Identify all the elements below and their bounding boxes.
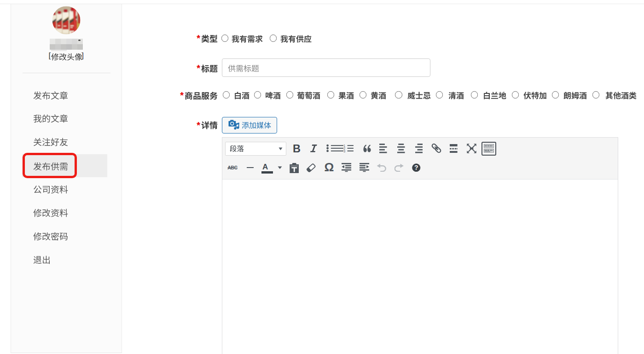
svg-text:3: 3 xyxy=(343,150,345,153)
svg-text:?: ? xyxy=(414,164,418,171)
